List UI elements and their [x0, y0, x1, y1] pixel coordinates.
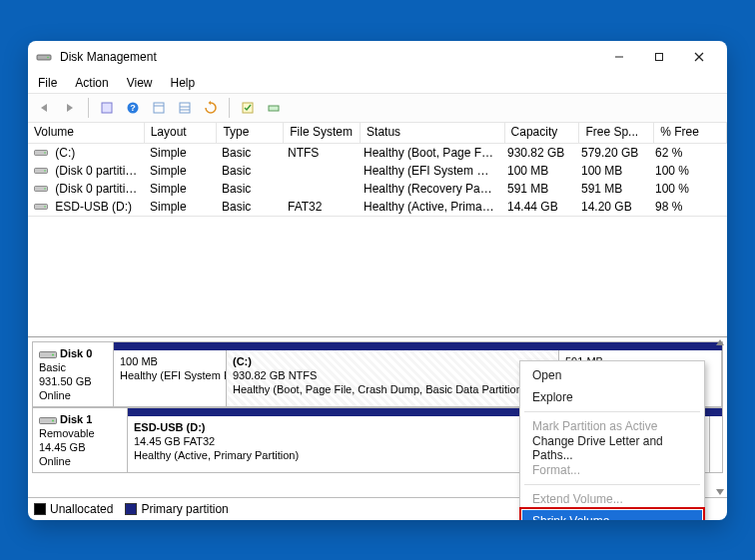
svg-point-2 — [47, 56, 49, 58]
disk-management-window: Disk Management File Action View Help ? — [28, 41, 727, 520]
svg-text:?: ? — [130, 103, 136, 113]
volume-table: Volume Layout Type File System Status Ca… — [28, 123, 727, 217]
minimize-button[interactable] — [599, 43, 639, 71]
app-icon — [36, 49, 52, 65]
svg-point-22 — [44, 189, 46, 191]
toolbar-window-icon[interactable] — [147, 96, 171, 120]
svg-point-18 — [44, 153, 46, 155]
vertical-scrollbar[interactable] — [713, 337, 727, 497]
menu-item-open[interactable]: Open — [522, 364, 702, 386]
col-capacity[interactable]: Capacity — [505, 123, 580, 143]
toolbar-list-icon[interactable] — [173, 96, 197, 120]
titlebar: Disk Management — [28, 41, 727, 73]
svg-point-24 — [44, 207, 46, 209]
menubar: File Action View Help — [28, 73, 727, 93]
svg-rect-12 — [180, 103, 190, 113]
col-volume[interactable]: Volume — [28, 123, 145, 143]
toolbar: ? — [28, 93, 727, 123]
legend-unallocated: Unallocated — [34, 502, 113, 516]
svg-rect-16 — [269, 106, 279, 111]
col-status[interactable]: Status — [361, 123, 505, 143]
menu-action[interactable]: Action — [69, 74, 114, 92]
svg-rect-0 — [37, 55, 51, 60]
col-freespace[interactable]: Free Sp... — [579, 123, 654, 143]
menu-item-change-drive-letter-and-paths[interactable]: Change Drive Letter and Paths... — [522, 437, 702, 459]
svg-rect-7 — [102, 103, 112, 113]
partition-block[interactable]: (C:)930.82 GB NTFSHealthy (Boot, Page Fi… — [227, 350, 559, 406]
svg-point-26 — [52, 353, 54, 355]
table-row[interactable]: (Disk 0 partition 5)SimpleBasicHealthy (… — [28, 180, 727, 198]
toolbar-settings-icon[interactable] — [95, 96, 119, 120]
table-row[interactable]: (C:)SimpleBasicNTFSHealthy (Boot, Page F… — [28, 144, 727, 162]
svg-point-28 — [52, 419, 54, 421]
partition-block[interactable]: 100 MBHealthy (EFI System P — [114, 350, 227, 406]
context-menu: OpenExploreMark Partition as ActiveChang… — [519, 360, 705, 520]
menu-item-explore[interactable]: Explore — [522, 386, 702, 408]
table-empty-area — [28, 217, 727, 336]
disk-label: Disk 1Removable14.45 GBOnline — [33, 408, 128, 472]
close-button[interactable] — [679, 43, 719, 71]
toolbar-disk-icon[interactable] — [262, 96, 286, 120]
maximize-button[interactable] — [639, 43, 679, 71]
table-row[interactable]: ESD-USB (D:)SimpleBasicFAT32Healthy (Act… — [28, 198, 727, 216]
col-filesystem[interactable]: File System — [284, 123, 361, 143]
col-layout[interactable]: Layout — [145, 123, 218, 143]
table-header: Volume Layout Type File System Status Ca… — [28, 123, 727, 144]
menu-separator — [524, 411, 700, 412]
back-button[interactable] — [32, 96, 56, 120]
svg-rect-4 — [656, 53, 663, 60]
forward-button[interactable] — [58, 96, 82, 120]
help-icon[interactable]: ? — [121, 96, 145, 120]
svg-rect-10 — [154, 103, 164, 113]
col-pctfree[interactable]: % Free — [654, 123, 727, 143]
menu-file[interactable]: File — [32, 74, 63, 92]
toolbar-check-icon[interactable] — [236, 96, 260, 120]
legend-primary: Primary partition — [125, 502, 228, 516]
disk-label: Disk 0Basic931.50 GBOnline — [33, 342, 114, 406]
col-type[interactable]: Type — [217, 123, 284, 143]
disk-header-band — [114, 342, 722, 350]
table-row[interactable]: (Disk 0 partition 1)SimpleBasicHealthy (… — [28, 162, 727, 180]
menu-view[interactable]: View — [121, 74, 159, 92]
refresh-icon[interactable] — [199, 96, 223, 120]
menu-item-format: Format... — [522, 459, 702, 481]
menu-separator — [524, 484, 700, 485]
svg-point-20 — [44, 171, 46, 173]
menu-item-extend-volume: Extend Volume... — [522, 488, 702, 510]
menu-help[interactable]: Help — [165, 74, 202, 92]
menu-item-shrink-volume[interactable]: Shrink Volume... — [522, 510, 702, 520]
window-title: Disk Management — [60, 50, 599, 64]
